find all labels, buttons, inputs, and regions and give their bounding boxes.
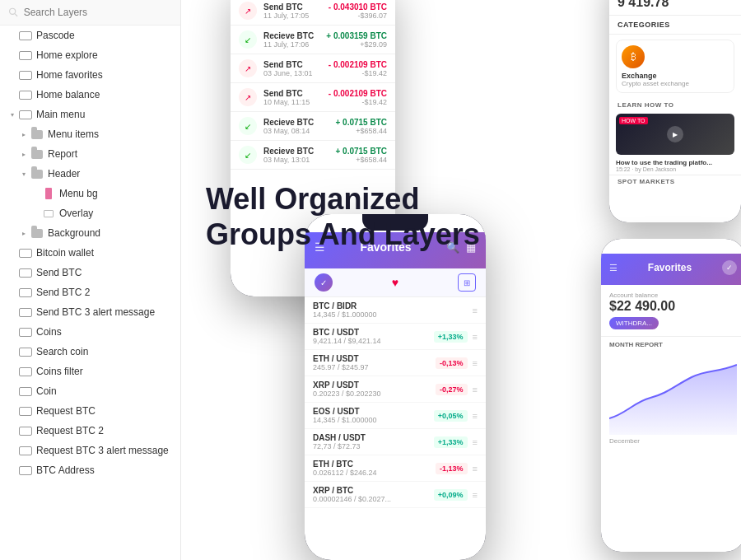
- coin-menu-icon[interactable]: ≡: [473, 411, 478, 421]
- layer-item-send-btc[interactable]: Send BTC: [0, 263, 180, 282]
- p4-withdraw-button[interactable]: WITHDRA...: [609, 317, 659, 329]
- expand-icon: [7, 326, 18, 338]
- hero-text: Well Organized Groups And Layers: [206, 181, 480, 252]
- p3-exchange-sub: Crypto asset exchange: [622, 80, 729, 87]
- type-icon: [41, 188, 56, 199]
- type-icon: [18, 49, 33, 61]
- type-icon: [30, 227, 44, 239]
- coin-price: 0.20223 / $0.202230: [313, 390, 436, 398]
- type-icon: [18, 267, 33, 278]
- p4-balance-section: Account balance $22 490.00 WITHDRA...: [601, 285, 741, 337]
- layer-item-background[interactable]: ▸Background: [0, 223, 180, 243]
- expand-icon: ▾: [18, 168, 30, 180]
- sidebar: PascodeHome exploreHome favoritesHome ba…: [0, 0, 181, 560]
- search-icon: [8, 7, 19, 18]
- coin-change: +0,05%: [434, 410, 468, 422]
- send-arrow-icon: ↗: [239, 2, 257, 20]
- expand-icon: [7, 49, 18, 61]
- coin-item: ETH / BTC0.026112 / $246.24-1,13%≡: [305, 455, 486, 482]
- layer-item-coin[interactable]: Coin: [0, 381, 180, 401]
- layer-item-search-coin[interactable]: Search coin: [0, 342, 180, 362]
- layer-item-home-explore[interactable]: Home explore: [0, 45, 180, 65]
- expand-icon: ▸: [18, 148, 30, 160]
- layer-item-bitcoin-wallet[interactable]: Bitcoin wallet: [0, 243, 180, 263]
- hero-line2: Groups And Layers: [206, 217, 480, 252]
- p3-video-meta: 15:22 · by Den Jackson: [616, 166, 734, 172]
- p3-play-button[interactable]: ▶: [667, 126, 683, 142]
- coin-pair: EOS / USDT: [313, 407, 434, 416]
- tx-amount: - 0.043010 BTC-$396.07: [329, 2, 387, 20]
- layer-item-home-favorites[interactable]: Home favorites: [0, 65, 180, 85]
- expand-icon: [7, 366, 18, 377]
- expand-icon: ▸: [18, 227, 30, 239]
- tx-amount: + 0.0715 BTC+$658.44: [335, 147, 387, 164]
- p4-balance-label: Account balance: [609, 292, 737, 299]
- layer-label: Send BTC 2: [36, 287, 90, 298]
- layer-label: Request BTC 2: [36, 425, 104, 436]
- layer-item-request-btc-2[interactable]: Request BTC 2: [0, 421, 180, 441]
- layer-item-home-balance[interactable]: Home balance: [0, 85, 180, 105]
- search-input[interactable]: [24, 7, 172, 18]
- expand-icon: [7, 69, 18, 81]
- type-icon: [18, 247, 33, 259]
- phone-3-screen: BTC / USDT 9 419.78 CATEGORIES ₿ Exchang…: [609, 0, 741, 222]
- layer-label: Request BTC 3 alert message: [36, 445, 169, 456]
- layer-item-report[interactable]: ▸Report: [0, 144, 180, 164]
- coin-menu-icon[interactable]: ≡: [473, 358, 478, 368]
- coin-menu-icon[interactable]: ≡: [473, 490, 478, 500]
- layer-item-request-btc[interactable]: Request BTC: [0, 401, 180, 421]
- coin-item: XRP / USDT0.20223 / $0.202230-0,27%≡: [305, 376, 486, 403]
- type-icon: [30, 148, 44, 160]
- layer-item-request-btc-3-alert-message[interactable]: Request BTC 3 alert message: [0, 441, 180, 460]
- layer-item-coins[interactable]: Coins: [0, 322, 180, 342]
- layer-item-menu-items[interactable]: ▸Menu items: [0, 124, 180, 144]
- coin-menu-icon[interactable]: ≡: [473, 306, 478, 315]
- p3-categories-label: CATEGORIES: [609, 16, 741, 35]
- layer-item-header[interactable]: ▾Header: [0, 164, 180, 184]
- expand-icon: [7, 267, 18, 278]
- layer-item-coins-filter[interactable]: Coins filter: [0, 362, 180, 381]
- coin-menu-icon[interactable]: ≡: [473, 332, 478, 342]
- phones-container: ↗Send BTC11 July, 17:05- 0.043010 BTC-$3…: [181, 0, 741, 560]
- coin-pair: DASH / USDT: [313, 433, 434, 442]
- receive-arrow-icon: ↙: [239, 117, 257, 135]
- layer-item-pascode[interactable]: Pascode: [0, 26, 180, 45]
- coin-item: EOS / USDT14,345 / $1.000000+0,05%≡: [305, 403, 486, 429]
- type-icon: [18, 306, 33, 318]
- layer-label: Coins: [36, 326, 62, 338]
- layer-item-send-btc-2[interactable]: Send BTC 2: [0, 282, 180, 302]
- layer-label: Request BTC: [36, 405, 96, 417]
- type-icon: [18, 405, 33, 417]
- coin-menu-icon[interactable]: ≡: [473, 437, 478, 447]
- layer-item-send-btc-3-alert-message[interactable]: Send BTC 3 alert message: [0, 302, 180, 322]
- layer-label: Send BTC: [36, 267, 82, 278]
- layer-label: Home balance: [36, 89, 100, 100]
- coin-pair: BTC / BIDR: [313, 301, 473, 310]
- layer-label: Bitcoin wallet: [36, 247, 94, 259]
- send-arrow-icon: ↗: [239, 88, 257, 106]
- tx-title: Recieve BTC: [263, 118, 335, 127]
- coin-info: EOS / USDT14,345 / $1.000000: [313, 407, 434, 424]
- search-bar[interactable]: [0, 0, 180, 26]
- type-icon: [30, 128, 44, 140]
- p3-exchange-card: ₿ Exchange Crypto asset exchange: [616, 40, 734, 93]
- layer-label: Search coin: [36, 346, 88, 357]
- layer-item-main-menu[interactable]: ▾Main menu: [0, 105, 180, 124]
- layer-item-menu-bg[interactable]: Menu bg: [0, 184, 180, 203]
- layer-item-btc-address[interactable]: BTC Address: [0, 460, 180, 480]
- layer-item-overlay[interactable]: Overlay: [0, 203, 180, 223]
- p3-learn-label: LEARN HOW TO: [609, 98, 741, 112]
- coin-item: DASH / USDT72,73 / $72.73+1,33%≡: [305, 429, 486, 455]
- coin-price: 72,73 / $72.73: [313, 442, 434, 450]
- phone-btc-usdt: BTC / USDT 9 419.78 CATEGORIES ₿ Exchang…: [609, 0, 741, 222]
- coin-pair: BTC / USDT: [313, 328, 434, 337]
- expand-icon: [7, 306, 18, 318]
- coin-info: BTC / USDT9,421.14 / $9,421.14: [313, 328, 434, 345]
- coin-menu-icon[interactable]: ≡: [473, 464, 478, 474]
- coin-item: BTC / BIDR14,345 / $1.000000≡: [305, 297, 486, 324]
- coin-menu-icon[interactable]: ≡: [473, 385, 478, 394]
- type-icon: [18, 445, 33, 456]
- layer-label: Menu bg: [59, 188, 98, 199]
- p3-exchange-title: Exchange: [622, 72, 729, 80]
- tx-btc: - 0.002109 BTC: [329, 89, 387, 98]
